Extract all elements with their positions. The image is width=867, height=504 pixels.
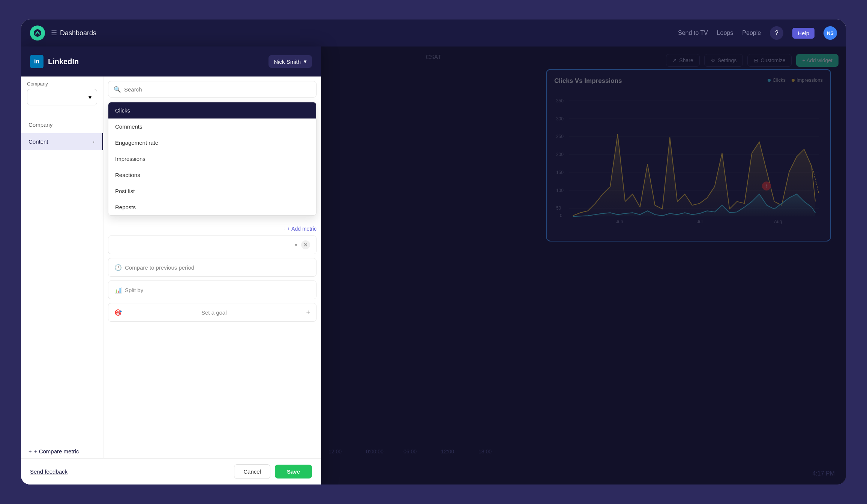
company-dropdown[interactable]: ▾ xyxy=(27,89,97,105)
metric-label-reactions: Reactions xyxy=(115,172,140,178)
help-button[interactable]: Help xyxy=(792,28,814,39)
panel-inner: Company ▾ Company Content › xyxy=(21,76,321,458)
compare-metric-label: + Compare metric xyxy=(34,448,79,454)
configuration-panel: in LinkedIn Nick Smith ▾ Company ▾ xyxy=(21,46,321,484)
metric-item-reactions[interactable]: Reactions xyxy=(108,167,316,183)
top-nav: ☰ Dashboards Send to TV Loops People ? H… xyxy=(21,20,846,46)
metric-item-reposts[interactable]: Reposts xyxy=(108,199,316,215)
content-chevron-icon: › xyxy=(93,139,94,144)
metric-config-row: ▾ ✕ xyxy=(108,236,316,254)
target-icon: 🎯 xyxy=(114,309,122,316)
svg-point-4 xyxy=(34,29,41,37)
split-by-label: Split by xyxy=(125,287,143,293)
panel-footer: Send feedback Cancel Save xyxy=(21,458,321,484)
sidebar-item-company[interactable]: Company xyxy=(21,116,103,133)
main-content: ↗ Share ⚙ Settings ⊞ Customize + Add wid… xyxy=(21,46,846,484)
metric-label-reposts: Reposts xyxy=(115,204,136,210)
metrics-dropdown: Clicks Comments Engagement rate Impressi… xyxy=(108,102,316,216)
metric-label-clicks: Clicks xyxy=(115,107,130,114)
account-name: Nick Smith xyxy=(274,58,301,65)
search-box: 🔍 xyxy=(108,81,316,98)
svg-point-5 xyxy=(37,31,38,32)
loops-link[interactable]: Loops xyxy=(717,30,734,36)
config-section: + + Add metric ▾ ✕ xyxy=(104,218,321,330)
add-metric-icon: + xyxy=(283,226,286,232)
company-label-area: Company ▾ xyxy=(21,76,103,116)
split-by-row[interactable]: 📊 Split by xyxy=(108,280,316,299)
send-feedback-link[interactable]: Send feedback xyxy=(30,468,230,475)
chart-icon: 📊 xyxy=(114,286,122,294)
add-metric-button[interactable]: + + Add metric xyxy=(108,222,316,236)
nav-actions: Send to TV Loops People ? Help NS xyxy=(678,26,837,40)
screen-overlay xyxy=(321,46,846,484)
goal-plus-icon[interactable]: + xyxy=(306,309,310,316)
app-logo xyxy=(30,26,45,40)
sidebar-label-company: Company xyxy=(28,122,52,128)
linkedin-icon: in xyxy=(30,55,44,68)
save-button[interactable]: Save xyxy=(275,465,312,478)
compare-label: Compare to previous period xyxy=(125,264,194,271)
account-selector[interactable]: Nick Smith ▾ xyxy=(268,55,312,68)
panel-title: LinkedIn xyxy=(48,57,264,66)
people-link[interactable]: People xyxy=(742,30,761,36)
send-to-tv-link[interactable]: Send to TV xyxy=(678,30,708,36)
metric-item-impressions[interactable]: Impressions xyxy=(108,151,316,167)
set-goal-row[interactable]: 🎯 Set a goal + xyxy=(108,303,316,322)
metric-label-comments: Comments xyxy=(115,123,142,130)
panel-header: in LinkedIn Nick Smith ▾ xyxy=(21,46,321,76)
company-dropdown-chevron: ▾ xyxy=(88,94,92,101)
help-question-btn[interactable]: ? xyxy=(770,26,783,40)
metric-label-engagement-rate: Engagement rate xyxy=(115,140,158,146)
set-goal-label: Set a goal xyxy=(201,309,227,316)
metric-item-post-list[interactable]: Post list xyxy=(108,183,316,199)
compare-metric-plus-icon: + xyxy=(28,448,32,454)
search-icon: 🔍 xyxy=(114,86,121,93)
account-chevron: ▾ xyxy=(304,58,307,65)
search-input[interactable] xyxy=(124,86,311,93)
metric-item-engagement-rate[interactable]: Engagement rate xyxy=(108,135,316,151)
metric-label-impressions: Impressions xyxy=(115,156,146,162)
menu-icon: ☰ xyxy=(51,29,57,37)
config-remove-button[interactable]: ✕ xyxy=(301,240,310,249)
compare-metric-button[interactable]: + + Compare metric xyxy=(28,448,79,454)
metrics-area: 🔍 Clicks Comments Engagement rate xyxy=(104,76,321,458)
config-row-actions: ▾ ✕ xyxy=(295,240,310,249)
metric-item-comments[interactable]: Comments xyxy=(108,118,316,135)
metric-item-clicks[interactable]: Clicks xyxy=(108,102,316,118)
compare-to-previous-row[interactable]: 🕐 Compare to previous period xyxy=(108,258,316,277)
nav-title: Dashboards xyxy=(60,29,678,37)
company-label-text: Company xyxy=(27,81,97,87)
category-sidebar: Company ▾ Company Content › xyxy=(21,76,104,458)
metric-label-post-list: Post list xyxy=(115,188,135,194)
user-avatar[interactable]: NS xyxy=(824,26,837,40)
config-chevron-icon[interactable]: ▾ xyxy=(295,242,297,248)
sidebar-item-content[interactable]: Content › xyxy=(21,133,103,150)
clock-icon: 🕐 xyxy=(114,264,122,271)
cancel-button[interactable]: Cancel xyxy=(234,464,270,479)
sidebar-label-content: Content xyxy=(28,138,48,145)
